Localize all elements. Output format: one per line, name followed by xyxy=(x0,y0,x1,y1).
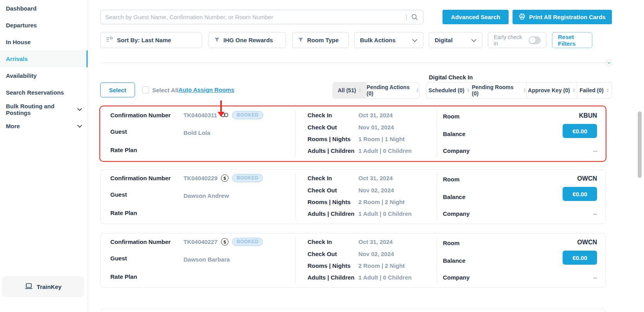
ihg-one-rewards-label: IHG One Rewards xyxy=(223,37,273,43)
sort-lines-icon xyxy=(106,37,113,43)
confirmation-number-value[interactable]: TK04040229 xyxy=(183,175,218,181)
bulk-actions-dropdown[interactable]: Bulk Actions xyxy=(354,32,423,48)
sidebar-item-arrivals[interactable]: Arrivals xyxy=(0,50,88,67)
chevron-down-icon xyxy=(77,125,82,128)
column-divider xyxy=(437,111,437,157)
tab-label: Pending Actions (0) xyxy=(367,84,414,97)
status-badge: BOOKED xyxy=(232,238,263,246)
sidebar-item-in-house[interactable]: In House xyxy=(0,34,88,50)
sort-by-dropdown[interactable]: Sort By: Last Name xyxy=(100,32,202,48)
rooms-nights-value: 2 Room | 2 Night xyxy=(358,262,405,269)
tab-label: Approve Key (0) xyxy=(528,87,570,93)
tab-all[interactable]: All (51) xyxy=(333,82,366,98)
guest-value: Bold Lola xyxy=(183,129,210,136)
tab-approve-key[interactable]: Approve Key (0) xyxy=(526,82,577,98)
room-type-label: Room Type xyxy=(307,37,339,43)
room-type-filter[interactable]: Room Type xyxy=(292,32,349,48)
balance-label: Balance xyxy=(443,257,466,264)
rooms-nights-label: Rooms | Nights xyxy=(308,262,351,269)
trainkey-button[interactable]: TrainKey xyxy=(2,276,84,297)
sidebar-item-label: Dashboard xyxy=(6,5,36,12)
check-in-value: Oct 31, 2024 xyxy=(358,112,393,118)
company-value: -- xyxy=(593,147,597,154)
sidebar-item-label: Departures xyxy=(6,22,37,29)
search-icon[interactable] xyxy=(411,14,418,21)
reservation-card[interactable] xyxy=(100,309,606,312)
sort-arrows-icon xyxy=(523,88,526,93)
check-in-label: Check In xyxy=(308,112,332,118)
search-input[interactable] xyxy=(101,14,406,20)
adults-children-value: 1 Adult | 0 Children xyxy=(358,147,412,154)
rate-plan-label: Rate Plan xyxy=(110,273,137,280)
advanced-search-button[interactable]: Advanced Search xyxy=(443,10,509,24)
early-check-in-toggle[interactable] xyxy=(529,36,541,44)
reservation-card[interactable]: Confirmation Number TK04040229 BOOKED Gu… xyxy=(100,169,606,224)
toggle-knob xyxy=(529,37,536,43)
tab-pending-actions[interactable]: Pending Actions (0) xyxy=(366,82,419,98)
reset-filters-button[interactable]: Reset Filters xyxy=(552,32,592,48)
rate-plan-label: Rate Plan xyxy=(110,210,137,216)
check-in-value: Oct 31, 2024 xyxy=(358,238,393,245)
select-button[interactable]: Select xyxy=(100,82,135,97)
highlight-arrow xyxy=(220,100,222,112)
balance-button[interactable]: €0.00 xyxy=(563,124,597,138)
room-label: Room xyxy=(443,176,460,183)
confirmation-number-label: Confirmation Number xyxy=(110,238,171,245)
funnel-icon xyxy=(214,37,219,43)
trainkey-label: TrainKey xyxy=(37,283,61,290)
balance-button[interactable]: €0.00 xyxy=(563,187,597,201)
digital-dropdown[interactable]: Digital xyxy=(429,32,482,48)
select-all-checkbox[interactable] xyxy=(142,86,149,93)
dollar-circle-icon[interactable] xyxy=(221,238,228,246)
column-divider xyxy=(295,174,295,220)
tab-label: Failed (0) xyxy=(579,87,603,93)
advanced-search-label: Advanced Search xyxy=(451,14,500,20)
sidebar-item-departures[interactable]: Departures xyxy=(0,17,88,34)
early-check-in-label: Early check in xyxy=(494,34,525,47)
dollar-circle-icon[interactable] xyxy=(221,174,228,182)
sidebar-item-dashboard[interactable]: Dashboard xyxy=(0,0,88,17)
scrollbar-thumb[interactable] xyxy=(638,111,642,178)
sidebar-item-label: Bulk Routing and Postings xyxy=(6,103,77,116)
sidebar-item-availability[interactable]: Availability xyxy=(0,67,88,84)
check-out-label: Check Out xyxy=(308,251,337,257)
room-label: Room xyxy=(443,113,460,120)
check-out-value: Nov 02, 2024 xyxy=(358,187,394,194)
room-value: OWCN xyxy=(577,239,597,246)
confirmation-number-label: Confirmation Number xyxy=(110,112,171,118)
tab-scheduled[interactable]: Scheduled (0) xyxy=(427,82,471,98)
select-all-control[interactable]: Select All xyxy=(142,83,178,97)
sort-arrows-icon xyxy=(606,88,609,93)
rooms-nights-value: 1 Room | 1 Night xyxy=(358,136,405,142)
tab-pending-rooms[interactable]: Pending Rooms (0) xyxy=(471,82,526,98)
confirmation-row: TK04040229 BOOKED xyxy=(183,174,263,182)
auto-assign-rooms-link[interactable]: Auto Assign Rooms xyxy=(178,86,234,93)
print-all-label: Print All Registration Cards xyxy=(529,14,605,20)
balance-button[interactable]: €0.00 xyxy=(563,251,597,265)
collapse-filters-icon[interactable] xyxy=(606,59,612,66)
status-badge: BOOKED xyxy=(232,111,263,119)
sidebar-item-more[interactable]: More xyxy=(0,118,88,134)
guest-label: Guest xyxy=(110,255,127,262)
sidebar-item-label: Arrivals xyxy=(6,56,28,62)
reservation-card[interactable]: Confirmation Number TK04040311 BOOKED Gu… xyxy=(100,106,606,161)
sidebar-item-bulk-routing[interactable]: Bulk Routing and Postings xyxy=(0,101,88,118)
confirmation-number-value[interactable]: TK04040311 xyxy=(183,112,217,118)
highlight-arrow-head xyxy=(218,112,225,117)
confirmation-number-label: Confirmation Number xyxy=(110,175,171,181)
tab-failed[interactable]: Failed (0) xyxy=(577,82,612,98)
input-divider: | xyxy=(406,14,407,21)
sidebar-item-search-reservations[interactable]: Search Reservations xyxy=(0,84,88,101)
early-check-in-control: Early check in xyxy=(488,32,547,48)
column-divider xyxy=(437,237,437,283)
adults-children-label: Adults | Children xyxy=(308,274,354,281)
tab-label: All (51) xyxy=(338,87,356,93)
tab-label: Pending Rooms (0) xyxy=(472,84,521,97)
ihg-one-rewards-filter[interactable]: IHG One Rewards xyxy=(209,32,286,48)
sidebar: Dashboard Departures In House Arrivals A… xyxy=(0,0,88,312)
section-divider xyxy=(100,63,606,63)
confirmation-row: TK04040227 BOOKED xyxy=(183,238,263,246)
confirmation-number-value[interactable]: TK04040227 xyxy=(183,238,218,245)
reservation-card[interactable]: Confirmation Number TK04040227 BOOKED Gu… xyxy=(100,233,606,288)
print-all-registration-cards-button[interactable]: Print All Registration Cards xyxy=(513,10,612,24)
